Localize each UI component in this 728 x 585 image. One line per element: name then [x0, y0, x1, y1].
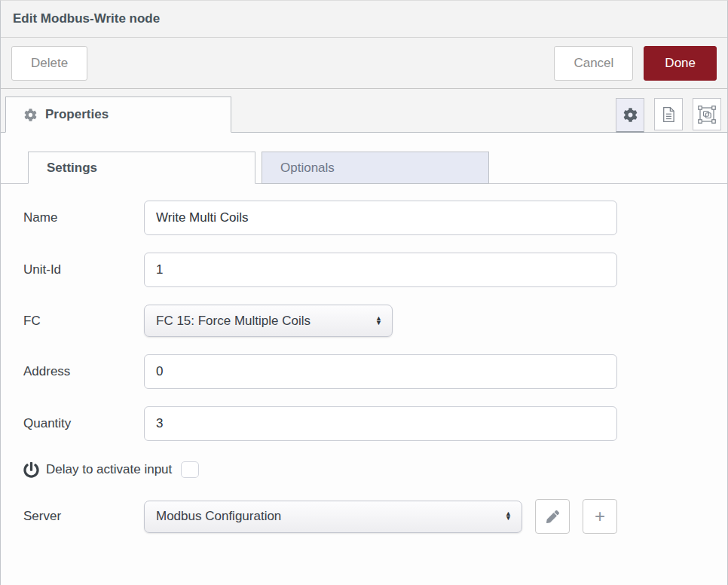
- address-row: Address: [23, 354, 727, 389]
- dialog-button-bar: Delete Cancel Done: [1, 38, 727, 89]
- server-select[interactable]: Modbus Configuration ▲▼: [144, 501, 522, 533]
- delete-button[interactable]: Delete: [11, 46, 87, 81]
- gear-icon: [24, 109, 37, 121]
- tab-settings-label: Settings: [47, 161, 97, 176]
- select-arrows-icon: ▲▼: [375, 317, 382, 325]
- quantity-input[interactable]: [144, 406, 617, 441]
- appearance-icon-button[interactable]: [693, 98, 721, 130]
- editor-tab-bar: Properties: [1, 89, 727, 133]
- address-label: Address: [23, 364, 144, 379]
- name-row: Name: [23, 201, 727, 235]
- dialog-header: Edit Modbus-Write node: [1, 1, 727, 38]
- editor-icon-buttons: [616, 98, 721, 133]
- done-button[interactable]: Done: [644, 46, 717, 81]
- quantity-label: Quantity: [23, 416, 144, 431]
- fc-row: FC FC 15: Force Multiple Coils ▲▼: [23, 305, 727, 337]
- delay-row: Delay to activate input: [23, 458, 727, 481]
- plus-icon: +: [595, 507, 605, 525]
- appearance-icon: [698, 106, 716, 124]
- pencil-icon: [546, 510, 559, 523]
- document-icon: [661, 106, 676, 123]
- quantity-row: Quantity: [23, 406, 727, 441]
- name-input[interactable]: [144, 201, 617, 235]
- gear-icon: [623, 108, 638, 122]
- settings-tab-bar: Settings Optionals: [1, 152, 727, 184]
- tab-settings[interactable]: Settings: [28, 152, 255, 184]
- fc-select[interactable]: FC 15: Force Multiple Coils ▲▼: [144, 305, 393, 337]
- tab-properties-label: Properties: [45, 107, 109, 122]
- address-input[interactable]: [144, 354, 617, 389]
- cancel-button[interactable]: Cancel: [554, 46, 633, 81]
- select-arrows-icon: ▲▼: [505, 512, 512, 520]
- tab-properties[interactable]: Properties: [5, 96, 231, 133]
- settings-form: Name Unit-Id FC FC 15: Force Multiple Co…: [1, 184, 727, 441]
- server-row: Server Modbus Configuration ▲▼ +: [23, 499, 727, 534]
- unit-id-row: Unit-Id: [23, 253, 727, 287]
- tab-optionals-label: Optionals: [280, 161, 335, 176]
- dialog-title: Edit Modbus-Write node: [13, 11, 160, 26]
- edit-node-dialog: Edit Modbus-Write node Delete Cancel Don…: [0, 0, 728, 585]
- add-server-button[interactable]: +: [583, 499, 617, 534]
- name-label: Name: [23, 210, 144, 225]
- edit-server-button[interactable]: [535, 499, 570, 534]
- tab-optionals[interactable]: Optionals: [262, 152, 489, 184]
- fc-select-value: FC 15: Force Multiple Coils: [156, 314, 369, 329]
- unit-id-input[interactable]: [144, 253, 617, 287]
- properties-icon-button[interactable]: [616, 98, 644, 133]
- server-label: Server: [23, 509, 144, 524]
- power-icon: [23, 462, 39, 478]
- delay-checkbox[interactable]: [181, 461, 199, 478]
- fc-label: FC: [23, 314, 144, 329]
- delay-label: Delay to activate input: [46, 462, 172, 477]
- unit-id-label: Unit-Id: [23, 262, 144, 277]
- description-icon-button[interactable]: [654, 98, 683, 130]
- server-select-value: Modbus Configuration: [156, 509, 499, 524]
